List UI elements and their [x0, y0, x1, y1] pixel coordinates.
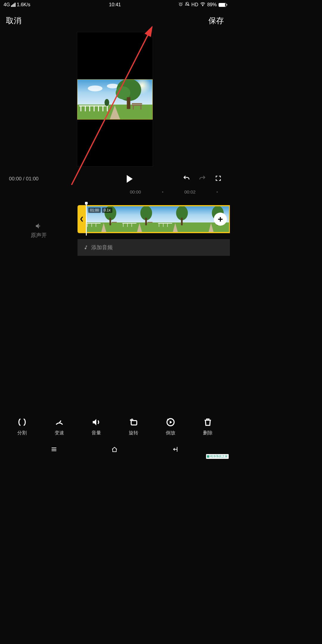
- svg-rect-44: [159, 223, 159, 227]
- svg-rect-40: [148, 222, 152, 223]
- alarm-icon: [178, 2, 183, 8]
- wifi-icon: [200, 2, 205, 7]
- clip-collapse-handle[interactable]: [78, 205, 86, 233]
- rotate-tool[interactable]: 旋转: [128, 417, 139, 436]
- add-clip-button[interactable]: +: [214, 213, 227, 226]
- system-navbar: [0, 443, 230, 456]
- music-note-icon: [83, 245, 88, 250]
- clip-duration-badge: 01:00: [88, 208, 101, 213]
- svg-rect-12: [98, 105, 99, 111]
- svg-rect-45: [163, 223, 163, 227]
- battery-icon: [219, 3, 226, 7]
- undo-button[interactable]: [183, 175, 190, 183]
- reverse-tool[interactable]: 倒放: [165, 417, 176, 436]
- signal-icon: [11, 3, 16, 7]
- split-tool[interactable]: 分割: [17, 417, 27, 436]
- svg-rect-35: [123, 223, 123, 227]
- volume-tool[interactable]: 音量: [91, 417, 102, 436]
- fullscreen-button[interactable]: [215, 175, 222, 183]
- speaker-icon: [91, 417, 102, 428]
- clip-thumbnail: [157, 206, 193, 232]
- video-preview[interactable]: [77, 32, 153, 167]
- sound-label: 原声开: [31, 232, 47, 239]
- ruler-tick: 00:00: [130, 189, 141, 194]
- split-icon: [17, 417, 27, 428]
- silent-icon: [185, 2, 190, 8]
- battery-pct: 89%: [207, 2, 217, 7]
- playback-controls: 00:00 / 01:00: [0, 170, 230, 188]
- svg-rect-41: [157, 206, 193, 223]
- svg-rect-10: [89, 105, 90, 111]
- svg-rect-53: [131, 421, 137, 425]
- svg-rect-13: [103, 105, 103, 111]
- video-clip[interactable]: 01:00 0.1x +: [78, 205, 230, 233]
- svg-rect-21: [133, 105, 134, 109]
- status-time: 10:41: [109, 2, 121, 7]
- svg-rect-39: [145, 218, 147, 225]
- svg-rect-27: [92, 223, 92, 227]
- svg-rect-11: [94, 105, 95, 111]
- status-bar: 4G 1.6K/s 10:41 HD 89%: [0, 0, 230, 10]
- add-audio-button[interactable]: 添加音频: [78, 239, 230, 256]
- play-button[interactable]: [127, 175, 133, 183]
- ruler-dot: •: [162, 189, 163, 194]
- delete-tool[interactable]: 删除: [202, 417, 213, 436]
- clip-thumbnail: [122, 206, 157, 232]
- save-button[interactable]: 保存: [208, 16, 224, 26]
- playhead[interactable]: [86, 203, 87, 236]
- playback-time: 00:00 / 01:00: [9, 176, 38, 182]
- ruler-tick: 00:02: [184, 189, 196, 194]
- back-button[interactable]: [171, 446, 180, 453]
- svg-rect-26: [87, 223, 88, 227]
- svg-rect-9: [85, 105, 86, 111]
- redo-button[interactable]: [199, 175, 206, 183]
- preview-frame: [77, 79, 153, 120]
- svg-rect-22: [140, 105, 142, 109]
- svg-point-4: [88, 85, 102, 91]
- tool-bar: 分割 变速 音量 旋转 倒放 删除: [0, 417, 230, 436]
- svg-point-1: [202, 6, 203, 6]
- svg-rect-34: [122, 223, 136, 224]
- svg-rect-14: [107, 105, 108, 111]
- editor-header: 取消 保存: [0, 10, 230, 29]
- svg-point-15: [105, 99, 109, 106]
- reverse-icon: [165, 417, 176, 428]
- svg-rect-32: [122, 206, 157, 223]
- add-audio-label: 添加音频: [91, 244, 113, 251]
- speaker-icon: [35, 222, 43, 230]
- clip-speed-badge: 0.1x: [102, 208, 112, 213]
- svg-rect-48: [181, 218, 183, 225]
- recent-apps-button[interactable]: [50, 446, 59, 453]
- cancel-button[interactable]: 取消: [6, 16, 21, 26]
- original-sound-toggle[interactable]: 原声开: [0, 205, 78, 256]
- rotate-icon: [128, 417, 139, 428]
- data-speed: 1.6K/s: [17, 2, 30, 7]
- ruler-dot: •: [216, 189, 218, 194]
- svg-rect-31: [112, 222, 117, 223]
- svg-rect-36: [127, 223, 128, 227]
- svg-rect-25: [86, 223, 100, 224]
- svg-rect-20: [132, 103, 142, 104]
- speed-tool[interactable]: 变速: [54, 417, 65, 436]
- svg-rect-43: [158, 223, 172, 224]
- svg-rect-18: [127, 97, 130, 109]
- timeline-ruler: 00:00 • 00:02 •: [0, 188, 230, 196]
- hd-label: HD: [191, 2, 198, 7]
- chevron-left-icon: [80, 216, 83, 222]
- trash-icon: [202, 417, 213, 428]
- svg-rect-28: [96, 223, 96, 227]
- watermark: 纯净系统之家: [206, 454, 229, 459]
- svg-rect-8: [80, 105, 81, 111]
- svg-rect-30: [109, 218, 111, 225]
- network-type: 4G: [4, 2, 10, 7]
- svg-rect-37: [131, 223, 132, 227]
- svg-rect-46: [167, 223, 168, 227]
- home-button[interactable]: [110, 446, 119, 453]
- speedometer-icon: [54, 417, 65, 428]
